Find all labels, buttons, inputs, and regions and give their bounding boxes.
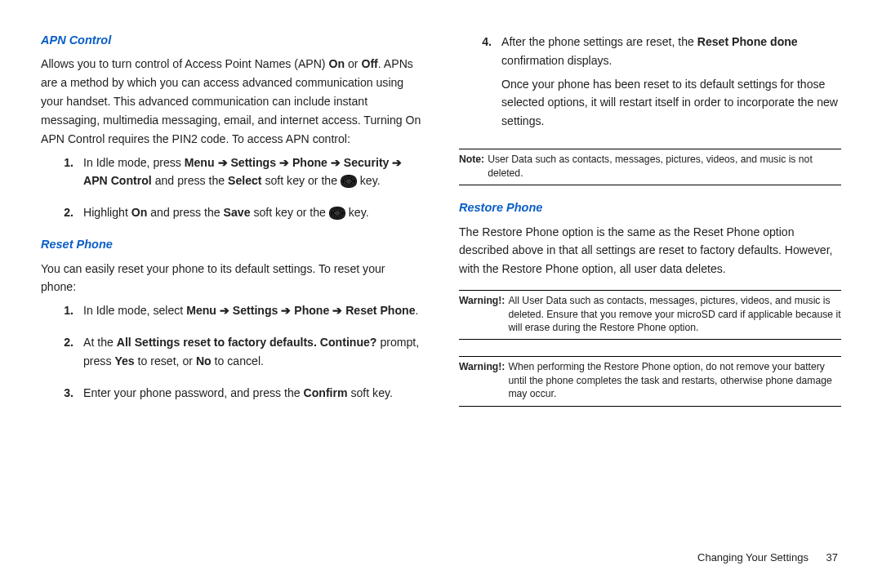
bold: Save bbox=[224, 206, 251, 219]
bold: Security bbox=[344, 156, 390, 169]
bold: All Settings reset to factory defaults. … bbox=[117, 336, 377, 349]
step-paragraph: Once your phone has been reset to its de… bbox=[501, 75, 841, 131]
text: soft key or the bbox=[262, 174, 341, 187]
bold: Settings bbox=[230, 156, 276, 169]
bold: Phone bbox=[294, 304, 329, 317]
text: At the bbox=[83, 336, 117, 349]
bold: No bbox=[196, 354, 212, 368]
text: After the phone settings are reset, the bbox=[501, 35, 697, 48]
warning-text: When performing the Restore Phone option… bbox=[508, 360, 841, 400]
page-content: APN Control Allows you to turn control o… bbox=[0, 0, 882, 550]
text: Highlight bbox=[83, 206, 131, 219]
step-number: 1. bbox=[41, 301, 83, 320]
step-body: In Idle mode, select Menu ➔ Settings ➔ P… bbox=[83, 301, 423, 320]
text: key. bbox=[345, 206, 369, 219]
text: In Idle mode, press bbox=[83, 156, 185, 169]
bold: Menu bbox=[186, 304, 216, 317]
text: . bbox=[416, 304, 419, 317]
warning-label: Warning!: bbox=[459, 360, 508, 400]
arrow-icon: ➔ bbox=[331, 156, 341, 169]
apn-step-2: 2. Highlight On and press the Save soft … bbox=[41, 203, 423, 222]
warning-text: All User Data such as contacts, messages… bbox=[508, 294, 841, 334]
ok-key-icon bbox=[341, 175, 357, 188]
left-column: APN Control Allows you to turn control o… bbox=[41, 28, 423, 534]
text: confirmation displays. bbox=[501, 54, 612, 67]
bold: On bbox=[131, 206, 148, 219]
step-body: Enter your phone password, and press the… bbox=[83, 384, 423, 403]
arrow-icon: ➔ bbox=[220, 304, 229, 317]
reset-step-3: 3. Enter your phone password, and press … bbox=[41, 384, 423, 403]
text: key. bbox=[357, 174, 381, 187]
page-footer: Changing Your Settings 37 bbox=[697, 551, 838, 564]
bold: Yes bbox=[114, 354, 134, 368]
right-column: 4. After the phone settings are reset, t… bbox=[459, 28, 841, 534]
text: soft key. bbox=[348, 386, 393, 399]
bold: Confirm bbox=[304, 386, 348, 399]
step-number: 3. bbox=[41, 384, 83, 403]
arrow-icon: ➔ bbox=[218, 156, 228, 169]
text: to reset, or bbox=[135, 354, 196, 368]
text: Allows you to turn control of Access Poi… bbox=[41, 57, 328, 70]
reset-paragraph: You can easily reset your phone to its d… bbox=[41, 260, 423, 297]
reset-steps-continued: 4. After the phone settings are reset, t… bbox=[459, 33, 841, 136]
step-number: 1. bbox=[41, 154, 83, 191]
bold: Settings bbox=[233, 304, 278, 317]
text: or bbox=[345, 57, 361, 70]
bold: APN Control bbox=[83, 174, 152, 187]
step-body: In Idle mode, press Menu ➔ Settings ➔ Ph… bbox=[83, 154, 423, 191]
step-body: At the All Settings reset to factory def… bbox=[83, 333, 423, 371]
note-label: Note: bbox=[459, 153, 488, 180]
warning-block-1: Warning!: All User Data such as contacts… bbox=[459, 290, 841, 340]
reset-step-1: 1. In Idle mode, select Menu ➔ Settings … bbox=[41, 301, 423, 320]
reset-step-4: 4. After the phone settings are reset, t… bbox=[459, 33, 841, 136]
warning-label: Warning!: bbox=[459, 294, 508, 334]
bold: Reset Phone bbox=[345, 304, 415, 317]
heading-apn-control: APN Control bbox=[41, 31, 423, 50]
apn-step-1: 1. In Idle mode, press Menu ➔ Settings ➔… bbox=[41, 154, 423, 191]
text: Enter your phone password, and press the bbox=[83, 386, 304, 399]
text: . APNs are a method by which you can acc… bbox=[41, 57, 421, 145]
text: and press the bbox=[147, 206, 223, 219]
bold-on: On bbox=[328, 57, 345, 70]
text: to cancel. bbox=[212, 354, 264, 368]
bold: Reset Phone done bbox=[697, 35, 798, 48]
note-block: Note: User Data such as contacts, messag… bbox=[459, 149, 841, 185]
text: soft key or the bbox=[251, 206, 329, 219]
reset-step-2: 2. At the All Settings reset to factory … bbox=[41, 333, 423, 371]
bold-off: Off bbox=[361, 57, 377, 70]
step-body: Highlight On and press the Save soft key… bbox=[83, 203, 423, 222]
arrow-icon: ➔ bbox=[281, 304, 291, 317]
text: and press the bbox=[152, 174, 228, 187]
heading-reset-phone: Reset Phone bbox=[41, 235, 423, 254]
step-number: 2. bbox=[41, 333, 83, 371]
arrow-icon: ➔ bbox=[392, 156, 402, 169]
arrow-icon: ➔ bbox=[332, 304, 342, 317]
text: In Idle mode, select bbox=[83, 304, 186, 317]
apn-paragraph: Allows you to turn control of Access Poi… bbox=[41, 55, 423, 148]
footer-section: Changing Your Settings bbox=[697, 551, 808, 564]
step-number: 2. bbox=[41, 203, 83, 222]
bold: Phone bbox=[292, 156, 327, 169]
restore-paragraph: The Restore Phone option is the same as … bbox=[459, 223, 841, 278]
heading-restore-phone: Restore Phone bbox=[459, 198, 841, 217]
warning-block-2: Warning!: When performing the Restore Ph… bbox=[459, 356, 841, 406]
bold: Menu bbox=[185, 156, 215, 169]
apn-steps: 1. In Idle mode, press Menu ➔ Settings ➔… bbox=[41, 154, 423, 222]
arrow-icon: ➔ bbox=[279, 156, 289, 169]
step-body: After the phone settings are reset, the … bbox=[501, 33, 841, 136]
page-number: 37 bbox=[826, 551, 838, 564]
bold: Select bbox=[228, 174, 262, 187]
reset-steps: 1. In Idle mode, select Menu ➔ Settings … bbox=[41, 301, 423, 402]
ok-key-icon bbox=[329, 207, 345, 220]
note-text: User Data such as contacts, messages, pi… bbox=[488, 153, 841, 180]
step-number: 4. bbox=[459, 33, 501, 136]
